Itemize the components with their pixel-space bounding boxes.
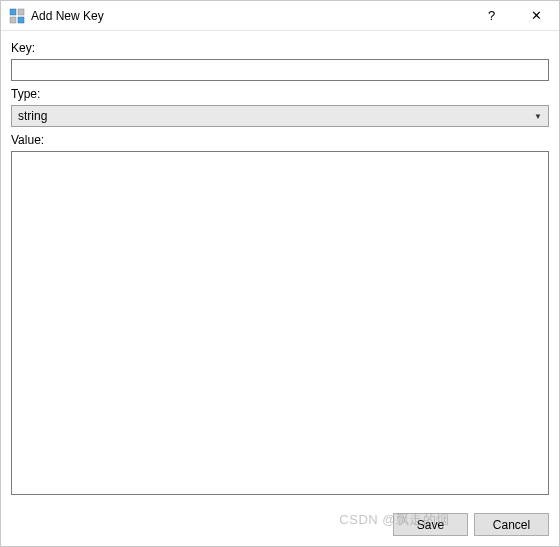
- window-title: Add New Key: [31, 9, 469, 23]
- save-button[interactable]: Save: [393, 513, 468, 536]
- svg-rect-3: [18, 17, 24, 23]
- svg-rect-0: [10, 9, 16, 15]
- cancel-button[interactable]: Cancel: [474, 513, 549, 536]
- value-textarea[interactable]: [11, 151, 549, 495]
- key-input[interactable]: [11, 59, 549, 81]
- app-icon: [9, 8, 25, 24]
- help-button[interactable]: ?: [469, 1, 514, 30]
- svg-rect-1: [18, 9, 24, 15]
- value-label: Value:: [11, 133, 549, 147]
- type-select[interactable]: string ▼: [11, 105, 549, 127]
- type-select-value: string: [18, 109, 534, 123]
- key-label: Key:: [11, 41, 549, 55]
- window-controls: ? ✕: [469, 1, 559, 30]
- titlebar: Add New Key ? ✕: [1, 1, 559, 31]
- svg-rect-2: [10, 17, 16, 23]
- type-label: Type:: [11, 87, 549, 101]
- chevron-down-icon: ▼: [534, 112, 542, 121]
- dialog-content: Key: Type: string ▼ Value:: [1, 31, 559, 503]
- close-button[interactable]: ✕: [514, 1, 559, 30]
- button-row: Save Cancel: [1, 503, 559, 546]
- dialog-window: Add New Key ? ✕ Key: Type: string ▼ Valu…: [0, 0, 560, 547]
